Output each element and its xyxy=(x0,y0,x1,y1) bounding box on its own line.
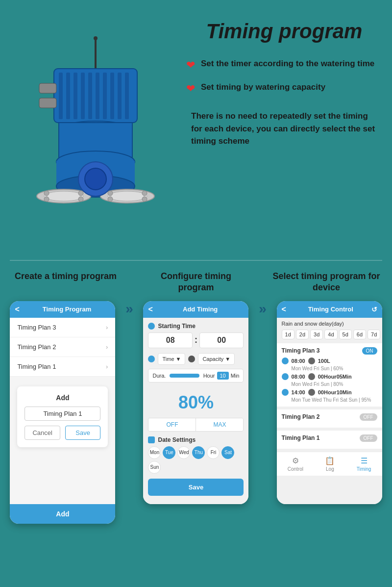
svg-rect-14 xyxy=(39,98,56,108)
phone1-frame: < Timing Program Timing Plan 3 › Timing … xyxy=(10,301,115,524)
top-section: Timing program ❤ Set the timer according… xyxy=(0,0,392,255)
list-item-plan2[interactable]: Timing Plan 2 › xyxy=(10,337,115,357)
entry1-detail: 100L xyxy=(318,358,330,364)
day-chips-row: 1d 2d 3d 4d 5d 6d 7d xyxy=(277,330,382,343)
arrow-icon-plan1: › xyxy=(106,363,108,370)
device-image xyxy=(10,34,176,223)
dur-hour: Hour xyxy=(203,373,215,379)
add-dialog-title: Add xyxy=(24,394,100,402)
day-sun[interactable]: Sun xyxy=(148,461,161,474)
svg-rect-4 xyxy=(66,73,70,119)
section-divider xyxy=(10,260,382,261)
off-button[interactable]: OFF xyxy=(148,418,196,431)
phone2-back-arrow[interactable]: < xyxy=(148,305,152,314)
bullet-item-1: ❤ Set the timer according to the waterin… xyxy=(186,58,382,72)
minute-box[interactable]: 00 xyxy=(199,332,244,348)
chip-1d[interactable]: 1d xyxy=(282,330,294,339)
day-thu[interactable]: Thu xyxy=(192,446,205,459)
entry2-detail: 00Hour05Min xyxy=(318,374,352,380)
day-fri[interactable]: Fri xyxy=(207,446,220,459)
svg-point-34 xyxy=(85,168,106,190)
list-item-plan1[interactable]: Timing Plan 1 › xyxy=(10,357,115,377)
entry2-sub: Mon Wed Fri Sun | 80% xyxy=(292,382,377,387)
chip-7d[interactable]: 7d xyxy=(368,330,380,339)
save-button[interactable]: Save xyxy=(65,426,101,440)
phone1-add-button[interactable]: Add xyxy=(10,504,115,524)
phone2-wrapper: < Add Timing Starting Time 08 : 00 xyxy=(143,301,248,504)
time-display: 08 : 00 xyxy=(148,332,244,348)
phone1-back-arrow[interactable]: < xyxy=(15,305,19,314)
phone1-header-title: Timing Program xyxy=(24,306,111,313)
refresh-icon[interactable]: ↺ xyxy=(371,306,377,313)
svg-point-26 xyxy=(78,197,83,202)
time-dropdown[interactable]: Time ▼ xyxy=(158,353,185,365)
phone1-title: Create a timing program xyxy=(12,271,120,294)
day-sat[interactable]: Sat xyxy=(221,446,234,459)
plan1-toggle[interactable]: OFF xyxy=(360,434,377,442)
rain-delay-label: Rain and snow delay(day) xyxy=(277,318,382,330)
plan3-entry2: 08:00 00Hour05Min xyxy=(282,373,377,380)
arrow-icon-plan3: › xyxy=(106,324,108,331)
hour-box[interactable]: 08 xyxy=(148,332,193,348)
bullet-text-1: Set the timer according to the watering … xyxy=(201,58,374,70)
svg-point-25 xyxy=(44,197,49,202)
nav-control[interactable]: ⚙ Control xyxy=(288,456,303,472)
entry1-sub: Mon Wed Fri Sun | 60% xyxy=(292,366,377,371)
day-wed[interactable]: Wed xyxy=(177,446,190,459)
svg-point-28 xyxy=(108,191,147,201)
chip-4d[interactable]: 4d xyxy=(324,330,337,339)
log-icon: 📋 xyxy=(325,456,335,465)
chip-6d[interactable]: 6d xyxy=(353,330,366,339)
arrow-icon-plan2: › xyxy=(106,343,108,351)
cancel-button[interactable]: Cancel xyxy=(24,426,60,440)
entry3-sub: Mon Tue Wed Thu Fri Sat Sun | 95% xyxy=(292,397,377,403)
phone3-header: < Timing Control ↺ xyxy=(277,301,382,318)
timing-icon: ☰ xyxy=(361,456,368,465)
plan1-section: Timing Plan 1 OFF xyxy=(277,431,382,449)
arrow-between-1-2: » xyxy=(125,301,133,317)
plan2-toggle[interactable]: OFF xyxy=(360,413,377,421)
chip-2d[interactable]: 2d xyxy=(296,330,309,339)
phones-header: Create a timing program Configure timing… xyxy=(5,271,387,301)
max-button[interactable]: MAX xyxy=(196,418,243,431)
day-mon[interactable]: Mon xyxy=(148,446,161,459)
phone3-back-arrow[interactable]: < xyxy=(282,305,286,314)
phone2-save-button[interactable]: Save xyxy=(148,479,244,496)
bottom-section: Create a timing program Configure timing… xyxy=(0,266,392,534)
add-dialog-buttons: Cancel Save xyxy=(24,426,100,440)
add-dialog-input[interactable]: Timing Plan 1 xyxy=(24,407,100,421)
svg-rect-3 xyxy=(59,73,63,119)
plan2-header: Timing Plan 2 OFF xyxy=(282,413,377,421)
phone1-body: Timing Plan 3 › Timing Plan 2 › Timing P… xyxy=(10,318,115,504)
chip-5d[interactable]: 5d xyxy=(339,330,352,339)
day-tue[interactable]: Tue xyxy=(163,446,175,459)
timing-row: Time ▼ Capacity ▼ xyxy=(148,353,244,365)
plan3-toggle[interactable]: ON xyxy=(362,347,377,355)
svg-rect-10 xyxy=(110,73,114,119)
entry2-time: 08:00 xyxy=(292,374,305,380)
plan1-header: Timing Plan 1 OFF xyxy=(282,434,377,442)
entry3-detail: 00Hour10Min xyxy=(318,389,352,395)
svg-point-1 xyxy=(94,36,98,40)
plan1-name: Timing Plan 1 xyxy=(282,434,320,441)
dur-min: Min xyxy=(231,373,240,379)
phone3-frame: < Timing Control ↺ Rain and snow delay(d… xyxy=(277,301,382,504)
percentage-display: 80% xyxy=(148,387,244,418)
plan3-entry3: 14:00 00Hour10Min xyxy=(282,389,377,396)
heart-icon-1: ❤ xyxy=(186,59,195,72)
nav-timing[interactable]: ☰ Timing xyxy=(357,456,371,472)
phone2-header-title: Add Timing xyxy=(157,306,244,313)
svg-point-29 xyxy=(108,191,113,196)
capacity-dropdown[interactable]: Capacity ▼ xyxy=(198,353,235,365)
plan2-section: Timing Plan 2 OFF xyxy=(277,409,382,428)
phone1-wrapper: < Timing Program Timing Plan 3 › Timing … xyxy=(10,301,115,524)
nav-log[interactable]: 📋 Log xyxy=(325,456,335,472)
duration-row: Dura. Hour 10 Min xyxy=(148,369,244,383)
description-text: There is no need to repeatedly set the t… xyxy=(186,110,382,148)
arrow-between-2-3: » xyxy=(259,301,267,317)
svg-rect-6 xyxy=(81,73,85,119)
add-dialog: Add Timing Plan 1 Cancel Save xyxy=(17,386,108,447)
entry3-time: 14:00 xyxy=(292,389,305,395)
chip-3d[interactable]: 3d xyxy=(310,330,323,339)
list-item-plan3[interactable]: Timing Plan 3 › xyxy=(10,318,115,337)
